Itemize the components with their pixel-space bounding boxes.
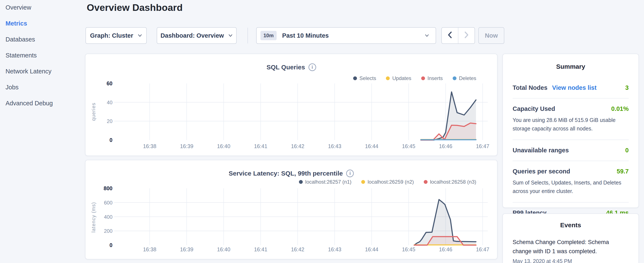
x-tick-label: 16:42 [291,143,304,149]
chevron-down-icon [228,33,233,38]
graph-scope-label: Graph: Cluster [90,32,133,39]
x-tick-label: 16:46 [439,246,452,252]
sidebar-nav: OverviewMetricsDatabasesStatementsNetwor… [0,0,85,263]
summary-row: Capacity Used0.01%You are using 28.6 MiB… [512,105,629,133]
summary-row-label: Capacity Used [512,105,555,112]
time-range-badge: 10m [260,31,276,40]
x-tick-label: 16:45 [402,143,416,149]
events-title: Events [503,214,638,229]
x-tick-label: 16:39 [180,246,194,252]
chevron-right-icon [464,31,469,40]
sidebar-item-overview[interactable]: Overview [6,4,85,11]
summary-divider [512,140,629,140]
y-axis-label: queries [91,103,96,121]
y-tick-label: 800 [104,185,112,191]
app-window: OverviewMetricsDatabasesStatementsNetwor… [0,0,644,263]
toolbar-divider [248,28,248,43]
time-range-dropdown[interactable]: 10m Past 10 Minutes [256,27,436,44]
x-tick-label: 16:39 [180,143,194,149]
summary-row-description: Sum of Selects, Updates, Inserts, and De… [512,178,629,195]
summary-divider [512,202,629,203]
y-tick-label: 600 [104,200,112,205]
summary-row-value: 59.7 [617,168,629,175]
summary-row-label: Total Nodes [512,84,548,91]
x-tick-label: 16:44 [365,143,378,149]
events-panel: Events Schema Change Completed: Schema c… [502,213,639,263]
summary-divider [512,161,629,161]
y-tick-label: 0 [110,137,112,143]
sidebar-item-advanced-debug[interactable]: Advanced Debug [6,100,85,107]
sidebar-item-databases[interactable]: Databases [6,36,85,43]
chevron-down-icon [138,33,142,38]
event-timestamp: May 13, 2020 at 4:45 PM [512,258,629,263]
x-tick-label: 16:47 [476,143,490,149]
dashboard-dropdown[interactable]: Dashboard: Overview [157,27,237,44]
summary-divider [512,98,629,99]
x-tick-label: 16:43 [328,143,342,149]
summary-body: Total NodesView nodes list3Capacity Used… [503,84,638,216]
summary-row-value: 0 [625,147,629,154]
x-tick-label: 16:44 [365,246,378,252]
summary-row: Unavailable ranges0 [512,147,629,154]
time-range-label: Past 10 Minutes [282,32,424,39]
x-tick-label: 16:38 [143,246,156,252]
x-tick-label: 16:40 [217,246,230,252]
summary-panel: Summary Total NodesView nodes list3Capac… [502,54,639,208]
sql-queries-plot[interactable]: 020406016:3816:3916:4016:4116:4216:4316:… [86,54,497,156]
y-tick-label: 200 [104,228,112,234]
x-tick-label: 16:46 [439,143,452,149]
x-tick-label: 16:45 [402,246,416,252]
y-tick-label: 400 [104,214,112,220]
x-tick-label: 16:41 [254,246,268,252]
sidebar-item-network-latency[interactable]: Network Latency [6,68,85,75]
sql-queries-chart-card: SQL Queries i SelectsUpdatesInsertsDelet… [85,54,498,156]
time-step-back-button[interactable] [442,28,458,43]
x-tick-label: 16:38 [143,143,156,149]
summary-row-label: Queries per second [512,168,570,175]
x-tick-label: 16:40 [217,143,230,149]
sidebar-item-statements[interactable]: Statements [6,52,85,59]
dashboard-label: Dashboard: Overview [160,32,224,39]
events-body: Schema Change Completed: Schema change w… [503,238,638,263]
service-latency-chart-card: Service Latency: SQL, 99th percentile i … [85,160,498,259]
summary-row: Queries per second59.7Sum of Selects, Up… [512,168,629,195]
y-tick-label: 60 [106,80,112,86]
graph-scope-dropdown[interactable]: Graph: Cluster [86,27,147,44]
sidebar-item-metrics[interactable]: Metrics [6,20,85,27]
x-tick-label: 16:47 [476,246,490,252]
time-range-step-group [442,27,475,44]
now-button[interactable]: Now [478,27,504,44]
summary-row-value: 3 [625,84,629,91]
summary-row-label: Unavailable ranges [512,147,569,154]
y-tick-label: 20 [107,118,112,124]
chevron-left-icon [447,31,453,40]
y-tick-label: 40 [107,100,112,105]
sidebar-item-jobs[interactable]: Jobs [6,84,85,91]
y-tick-label: 0 [110,242,112,248]
x-tick-label: 16:41 [254,143,268,149]
time-step-forward-button[interactable] [458,28,474,43]
page-title: Overview Dashboard [87,2,183,13]
summary-row-description: You are using 28.6 MiB of 515.9 GiB usab… [512,116,629,133]
view-nodes-list-link[interactable]: View nodes list [552,84,596,91]
y-axis-label: latency (ms) [91,202,96,232]
service-latency-plot[interactable]: 020040060080016:3816:3916:4016:4116:4216… [86,160,497,259]
x-tick-label: 16:43 [328,246,342,252]
chevron-down-icon [424,33,429,38]
summary-row-value: 0.01% [611,105,629,112]
event-item[interactable]: Schema Change Completed: Schema change w… [512,238,629,263]
summary-title: Summary [503,54,638,70]
x-tick-label: 16:42 [291,246,304,252]
summary-row: Total NodesView nodes list3 [512,84,629,91]
event-message: Schema Change Completed: Schema change w… [512,238,629,256]
